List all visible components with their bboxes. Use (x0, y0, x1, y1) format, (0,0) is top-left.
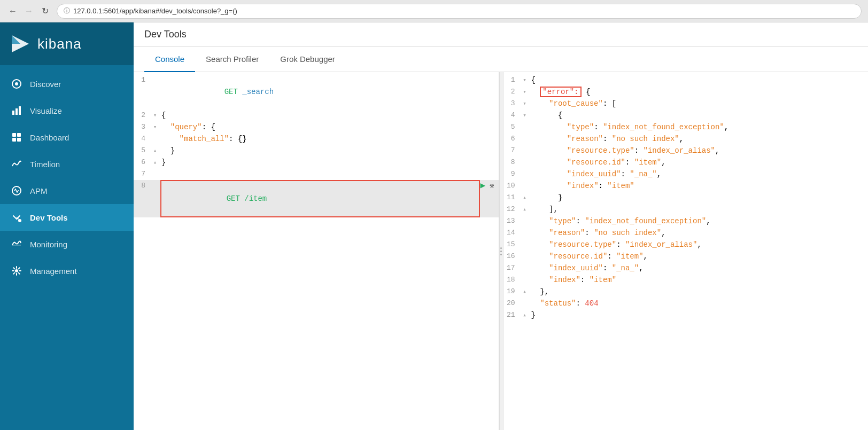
output-area: 1 ▾ { 2 ▾ "error": { 3 ▾ "root_c (503, 72, 869, 430)
sidebar-item-label-dev-tools: Dev Tools (30, 213, 68, 222)
sidebar-item-label-apm: APM (30, 186, 48, 196)
code-input-area[interactable]: 1 GET _search 2 ▾ { 3 (134, 72, 499, 430)
sidebar-item-timelion[interactable]: Timelion (0, 151, 134, 177)
wrench-button[interactable]: ⚒ (490, 180, 494, 192)
forward-button[interactable]: → (22, 5, 35, 18)
sidebar-item-label-dashboard: Dashboard (30, 133, 69, 142)
timelion-icon (11, 158, 22, 170)
tabs-bar: Console Search Profiler Grok Debugger (134, 47, 868, 72)
output-line-17: 17 "index_uuid": "_na_", (503, 262, 869, 274)
output-line-14: 14 "reason": "no such index", (503, 227, 869, 239)
output-line-5: 5 "type": "index_not_found_exception", (503, 121, 869, 133)
address-bar[interactable]: ⓘ 127.0.0.1:5601/app/kibana#/dev_tools/c… (57, 4, 862, 19)
kibana-label: kibana (37, 36, 82, 52)
page-header: Dev Tools (134, 22, 868, 47)
sidebar-item-label-discover: Discover (30, 80, 61, 89)
editor-line-4: 4 "match_all": {} (134, 133, 499, 145)
output-line-2: 2 ▾ "error": { (503, 86, 869, 98)
output-line-21: 21 ▴ } (503, 309, 869, 321)
url-text: 127.0.0.1:5601/app/kibana#/dev_tools/con… (73, 7, 237, 15)
run-button[interactable]: ▶ (480, 180, 485, 192)
svg-rect-5 (15, 108, 18, 115)
sidebar-logo[interactable]: kibana (0, 22, 134, 65)
editor-line-5: 5 ▴ } (134, 145, 499, 157)
output-line-7: 7 "resource.type": "index_or_alias", (503, 145, 869, 157)
output-line-1: 1 ▾ { (503, 74, 869, 86)
svg-rect-8 (17, 133, 21, 137)
lock-icon: ⓘ (64, 6, 70, 15)
editor-left[interactable]: 1 GET _search 2 ▾ { 3 (134, 72, 499, 430)
editor-container: 1 GET _search 2 ▾ { 3 (134, 72, 868, 430)
editor-right: 1 ▾ { 2 ▾ "error": { 3 ▾ "root_c (503, 72, 869, 430)
kibana-logo-icon (11, 34, 30, 53)
output-line-3: 3 ▾ "root_cause": [ (503, 98, 869, 110)
output-line-20: 20 "status": 404 (503, 298, 869, 309)
output-line-15: 15 "resource.type": "index_or_alias", (503, 239, 869, 251)
sidebar-item-label-visualize: Visualize (30, 106, 62, 115)
sidebar-item-label-management: Management (30, 267, 77, 276)
dev-tools-icon (11, 212, 22, 223)
svg-rect-9 (12, 138, 16, 142)
svg-rect-10 (17, 138, 21, 142)
reload-button[interactable]: ↻ (38, 5, 51, 18)
output-line-9: 9 "index_uuid": "_na_", (503, 168, 869, 180)
output-line-18: 18 "index": "item" (503, 274, 869, 286)
sidebar-nav: Discover Visualize (0, 65, 134, 430)
main-content: Dev Tools Console Search Profiler Grok D… (134, 22, 868, 430)
error-key: "error": (540, 87, 581, 97)
output-line-11: 11 ▴ } (503, 192, 869, 204)
editor-line-8: 8 GET /item ▶ ⚒ (134, 180, 499, 217)
sidebar-item-label-monitoring: Monitoring (30, 240, 67, 249)
sidebar-item-visualize[interactable]: Visualize (0, 97, 134, 124)
output-line-16: 16 "resource.id": "item", (503, 251, 869, 262)
nav-buttons: ← → ↻ (6, 5, 51, 18)
app-container: kibana Discover (0, 22, 868, 430)
output-line-10: 10 "index": "item" (503, 180, 869, 192)
svg-point-13 (15, 269, 18, 272)
output-line-13: 13 "type": "index_not_found_exception", (503, 215, 869, 227)
tab-console[interactable]: Console (144, 47, 195, 72)
sidebar-item-dev-tools[interactable]: Dev Tools (0, 204, 134, 231)
apm-icon (11, 185, 22, 197)
svg-rect-7 (12, 133, 16, 137)
tab-search-profiler[interactable]: Search Profiler (195, 47, 269, 72)
editor-line-3: 3 ▾ "query": { (134, 121, 499, 133)
resize-handle[interactable] (499, 72, 503, 430)
monitoring-icon (11, 238, 22, 250)
sidebar: kibana Discover (0, 22, 134, 430)
editor-line-2: 2 ▾ { (134, 110, 499, 121)
sidebar-item-label-timelion: Timelion (30, 160, 60, 169)
sidebar-item-discover[interactable]: Discover (0, 71, 134, 97)
back-button[interactable]: ← (6, 5, 19, 18)
output-line-8: 8 "resource.id": "item", (503, 157, 869, 168)
output-line-6: 6 "reason": "no such index", (503, 133, 869, 145)
editor-line-7: 7 (134, 168, 499, 180)
editor-line-6: 6 ▴ } (134, 157, 499, 168)
sidebar-item-monitoring[interactable]: Monitoring (0, 231, 134, 257)
dashboard-icon (11, 131, 22, 143)
sidebar-item-dashboard[interactable]: Dashboard (0, 124, 134, 151)
visualize-icon (11, 105, 22, 116)
browser-chrome: ← → ↻ ⓘ 127.0.0.1:5601/app/kibana#/dev_t… (0, 0, 868, 22)
tab-grok-debugger[interactable]: Grok Debugger (269, 47, 346, 72)
output-line-12: 12 ▴ ], (503, 204, 869, 215)
page-title: Dev Tools (144, 29, 187, 40)
management-icon (11, 265, 22, 277)
sidebar-item-management[interactable]: Management (0, 257, 134, 284)
output-line-4: 4 ▾ { (503, 110, 869, 121)
svg-rect-4 (12, 111, 14, 115)
sidebar-item-apm[interactable]: APM (0, 177, 134, 204)
editor-line-1: 1 GET _search (134, 74, 499, 110)
discover-icon (11, 78, 22, 90)
output-line-19: 19 ▴ }, (503, 286, 869, 298)
svg-rect-6 (19, 106, 21, 115)
svg-point-12 (18, 219, 21, 222)
svg-point-3 (15, 82, 18, 85)
